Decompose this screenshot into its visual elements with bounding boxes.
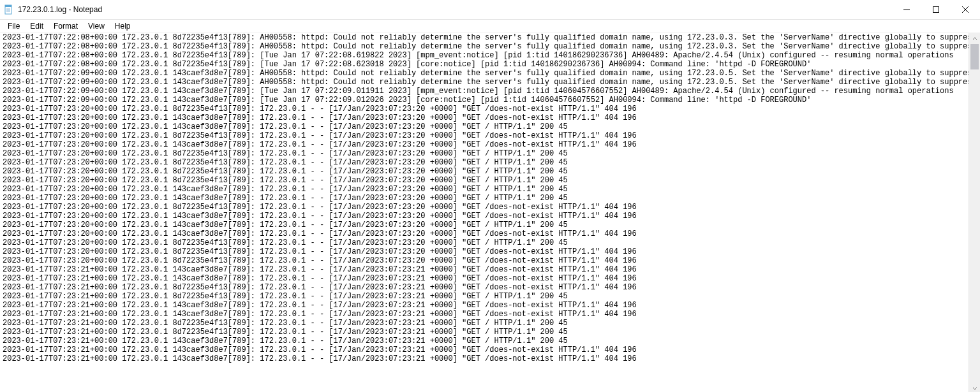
- menu-view[interactable]: View: [83, 20, 110, 32]
- svg-rect-1: [5, 5, 11, 7]
- notepad-icon: [4, 4, 14, 15]
- titlebar: 172.23.0.1.log - Notepad: [0, 0, 980, 20]
- close-button[interactable]: [951, 0, 980, 19]
- scroll-track[interactable]: [969, 44, 980, 382]
- maximize-button[interactable]: [921, 0, 951, 19]
- menu-help[interactable]: Help: [110, 20, 136, 32]
- svg-rect-6: [933, 7, 939, 13]
- content-wrapper: 2023-01-17T07:22:08+00:00 172.23.0.1 8d7…: [0, 33, 980, 392]
- vertical-scrollbar[interactable]: [969, 33, 980, 392]
- scroll-down-arrow-icon[interactable]: [969, 382, 980, 392]
- minimize-button[interactable]: [892, 0, 921, 19]
- window-controls: [892, 0, 980, 19]
- menu-format[interactable]: Format: [48, 20, 83, 32]
- titlebar-left: 172.23.0.1.log - Notepad: [4, 4, 102, 15]
- scroll-thumb[interactable]: [970, 44, 979, 69]
- menubar: File Edit Format View Help: [0, 20, 980, 33]
- text-area[interactable]: 2023-01-17T07:22:08+00:00 172.23.0.1 8d7…: [0, 33, 980, 392]
- window-title: 172.23.0.1.log - Notepad: [18, 5, 102, 14]
- scroll-up-arrow-icon[interactable]: [969, 33, 980, 44]
- menu-edit[interactable]: Edit: [25, 20, 48, 32]
- menu-file[interactable]: File: [3, 20, 25, 32]
